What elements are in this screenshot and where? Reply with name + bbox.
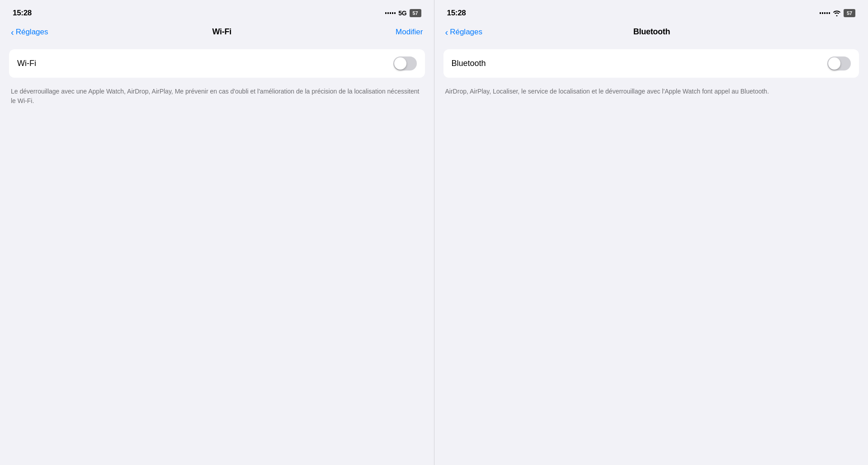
wifi-back-label: Réglages xyxy=(16,28,48,37)
wifi-toggle-knob xyxy=(394,57,406,70)
wifi-page-title: Wi-Fi xyxy=(212,27,231,37)
wifi-network-label: 5G xyxy=(398,9,406,17)
wifi-toggle-card: Wi-Fi xyxy=(9,49,425,78)
bt-content: Bluetooth AirDrop, AirPlay, Localiser, l… xyxy=(434,42,868,465)
wifi-time: 15:28 xyxy=(13,9,32,18)
wifi-panel: 15:28 5G 57 ‹ Réglages Wi-Fi Modifier Wi… xyxy=(0,0,434,465)
bluetooth-panel: 15:28 57 ‹ Réglages Bluetooth xyxy=(434,0,868,465)
wifi-status-icons: 5G 57 xyxy=(385,9,421,17)
bt-page-title: Bluetooth xyxy=(633,27,670,37)
bt-back-button[interactable]: ‹ Réglages xyxy=(445,28,483,37)
wifi-signal-icon xyxy=(385,12,396,14)
bt-wifi-icon xyxy=(833,10,841,16)
bt-toggle-label: Bluetooth xyxy=(452,59,486,68)
bt-toggle-switch[interactable] xyxy=(827,56,851,70)
wifi-status-bar: 15:28 5G 57 xyxy=(0,0,434,23)
wifi-battery: 57 xyxy=(410,9,421,17)
wifi-toggle-switch[interactable] xyxy=(393,56,417,70)
bt-status-icons: 57 xyxy=(820,9,855,17)
bt-signal-icon xyxy=(820,12,830,14)
bt-time: 15:28 xyxy=(447,9,466,18)
bt-toggle-card: Bluetooth xyxy=(443,49,859,78)
wifi-modifier-button[interactable]: Modifier xyxy=(396,28,423,37)
bt-back-label: Réglages xyxy=(450,28,482,37)
wifi-content: Wi-Fi Le déverrouillage avec une Apple W… xyxy=(0,42,434,465)
bt-back-chevron-icon: ‹ xyxy=(445,28,448,37)
wifi-nav-bar: ‹ Réglages Wi-Fi Modifier xyxy=(0,23,434,42)
wifi-toggle-row: Wi-Fi xyxy=(9,49,425,78)
bt-nav-bar: ‹ Réglages Bluetooth xyxy=(434,23,868,42)
wifi-back-chevron-icon: ‹ xyxy=(11,28,14,37)
wifi-back-button[interactable]: ‹ Réglages xyxy=(11,28,48,37)
bt-description: AirDrop, AirPlay, Localiser, le service … xyxy=(443,83,859,98)
bt-toggle-row: Bluetooth xyxy=(443,49,859,78)
bt-battery: 57 xyxy=(844,9,855,17)
wifi-description: Le déverrouillage avec une Apple Watch, … xyxy=(9,83,425,108)
bt-status-bar: 15:28 57 xyxy=(434,0,868,23)
wifi-toggle-label: Wi-Fi xyxy=(17,59,36,68)
bt-toggle-knob xyxy=(828,57,840,70)
